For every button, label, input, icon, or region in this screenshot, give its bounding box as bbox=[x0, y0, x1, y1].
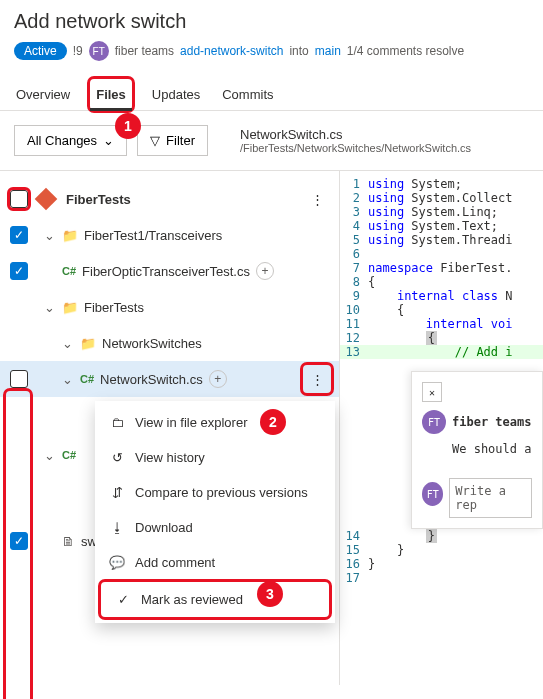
add-icon[interactable]: + bbox=[256, 262, 274, 280]
check-icon: ✓ bbox=[115, 592, 131, 607]
source-branch-link[interactable]: add-network-switch bbox=[180, 44, 283, 58]
comments-count: 1/4 comments resolve bbox=[347, 44, 464, 58]
folder-icon: 📁 bbox=[62, 228, 78, 243]
menu-label: View history bbox=[135, 450, 205, 465]
menu-label: Download bbox=[135, 520, 193, 535]
checkbox[interactable] bbox=[10, 370, 28, 388]
csharp-icon: C# bbox=[62, 265, 76, 277]
annotation-3: 3 bbox=[257, 581, 283, 607]
add-icon[interactable]: + bbox=[209, 370, 227, 388]
comment-panel: ✕ FT fiber teams We should a FT Write a … bbox=[411, 371, 543, 529]
checkbox[interactable] bbox=[10, 190, 28, 208]
annotation-2: 2 bbox=[260, 409, 286, 435]
menu-compare[interactable]: ⇵ Compare to previous versions bbox=[95, 475, 335, 510]
comment-text: We should a bbox=[452, 442, 532, 456]
history-icon: ↺ bbox=[109, 450, 125, 465]
reply-input[interactable]: Write a rep bbox=[449, 478, 532, 518]
menu-view-explorer[interactable]: 🗀 View in file explorer bbox=[95, 405, 335, 440]
menu-mark-reviewed[interactable]: ✓ Mark as reviewed bbox=[101, 582, 329, 617]
csharp-icon: C# bbox=[80, 373, 94, 385]
status-badge: Active bbox=[14, 42, 67, 60]
menu-add-comment[interactable]: 💬 Add comment bbox=[95, 545, 335, 580]
context-menu: 🗀 View in file explorer ↺ View history ⇵… bbox=[95, 401, 335, 623]
chevron-down-icon[interactable]: ⌄ bbox=[60, 336, 74, 351]
folder-icon: 📁 bbox=[62, 300, 78, 315]
tab-overview[interactable]: Overview bbox=[14, 79, 72, 110]
avatar: FT bbox=[422, 410, 446, 434]
file-icon: 🗎 bbox=[62, 534, 75, 549]
comment-icon: 💬 bbox=[109, 555, 125, 570]
pr-id: !9 bbox=[73, 44, 83, 58]
compare-icon: ⇵ bbox=[109, 485, 125, 500]
avatar: FT bbox=[89, 41, 109, 61]
code-view: 1using System; 2using System.Collect 3us… bbox=[340, 171, 543, 685]
tree-label: FiberTests bbox=[84, 300, 144, 315]
all-changes-label: All Changes bbox=[27, 133, 97, 148]
more-icon[interactable]: ⋮ bbox=[303, 185, 331, 213]
csharp-icon: C# bbox=[62, 449, 76, 461]
menu-view-history[interactable]: ↺ View history bbox=[95, 440, 335, 475]
tree-label: NetworkSwitches bbox=[102, 336, 202, 351]
menu-label: View in file explorer bbox=[135, 415, 247, 430]
menu-label: Add comment bbox=[135, 555, 215, 570]
chevron-down-icon: ⌄ bbox=[103, 133, 114, 148]
checkbox[interactable] bbox=[10, 226, 28, 244]
all-changes-dropdown[interactable]: All Changes ⌄ bbox=[14, 125, 127, 156]
into-label: into bbox=[289, 44, 308, 58]
tree-root[interactable]: FiberTests ⋮ bbox=[0, 181, 339, 217]
tab-updates[interactable]: Updates bbox=[150, 79, 202, 110]
file-tree: FiberTests ⋮ ⌄ 📁 FiberTest1/Transceivers… bbox=[0, 171, 340, 685]
annotation-1: 1 bbox=[115, 113, 141, 139]
chevron-down-icon[interactable]: ⌄ bbox=[42, 448, 56, 463]
tree-file[interactable]: C# FiberOpticTransceiverTest.cs + bbox=[0, 253, 339, 289]
chevron-down-icon[interactable]: ⌄ bbox=[42, 300, 56, 315]
tree-folder[interactable]: ⌄ 📁 NetworkSwitches bbox=[0, 325, 339, 361]
checkbox[interactable] bbox=[10, 532, 28, 550]
filter-button[interactable]: ▽ Filter bbox=[137, 125, 208, 156]
filter-icon: ▽ bbox=[150, 133, 160, 148]
more-options-button[interactable]: ⋮ bbox=[303, 365, 331, 393]
file-name: NetworkSwitch.cs bbox=[240, 127, 471, 142]
tree-label: FiberTest1/Transceivers bbox=[84, 228, 222, 243]
chevron-down-icon[interactable]: ⌄ bbox=[42, 228, 56, 243]
menu-label: Compare to previous versions bbox=[135, 485, 308, 500]
checkbox[interactable] bbox=[10, 262, 28, 280]
tree-label: NetworkSwitch.cs bbox=[100, 372, 203, 387]
filter-label: Filter bbox=[166, 133, 195, 148]
tree-label: FiberOpticTransceiverTest.cs bbox=[82, 264, 250, 279]
menu-label: Mark as reviewed bbox=[141, 592, 243, 607]
tree-label: FiberTests bbox=[66, 192, 297, 207]
folder-icon: 📁 bbox=[80, 336, 96, 351]
comment-author: fiber teams bbox=[452, 415, 531, 429]
tree-file-selected[interactable]: ⌄ C# NetworkSwitch.cs + ⋮ bbox=[0, 361, 339, 397]
page-title: Add network switch bbox=[14, 10, 529, 33]
tree-folder[interactable]: ⌄ 📁 FiberTests bbox=[0, 289, 339, 325]
tree-folder[interactable]: ⌄ 📁 FiberTest1/Transceivers bbox=[0, 217, 339, 253]
target-branch-link[interactable]: main bbox=[315, 44, 341, 58]
tab-commits[interactable]: Commits bbox=[220, 79, 275, 110]
file-path: /FiberTests/NetworkSwitches/NetworkSwitc… bbox=[240, 142, 471, 154]
menu-download[interactable]: ⭳ Download bbox=[95, 510, 335, 545]
tab-files[interactable]: Files bbox=[90, 79, 132, 110]
avatar: FT bbox=[422, 482, 443, 506]
close-button[interactable]: ✕ bbox=[422, 382, 442, 402]
team-name: fiber teams bbox=[115, 44, 174, 58]
explorer-icon: 🗀 bbox=[109, 415, 125, 430]
chevron-down-icon[interactable]: ⌄ bbox=[60, 372, 74, 387]
download-icon: ⭳ bbox=[109, 520, 125, 535]
repo-icon bbox=[35, 188, 58, 211]
